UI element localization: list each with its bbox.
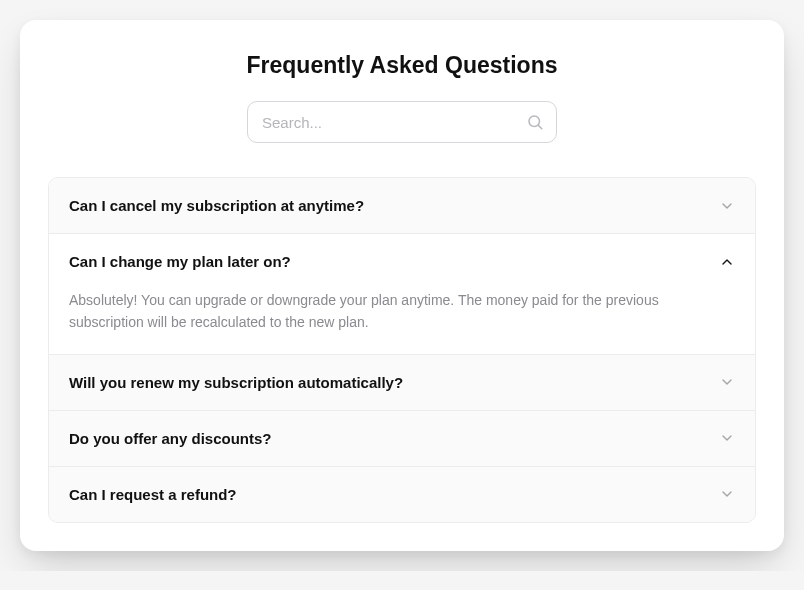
chevron-down-icon xyxy=(719,374,735,390)
faq-question: Can I request a refund? xyxy=(69,486,237,503)
faq-header[interactable]: Can I cancel my subscription at anytime? xyxy=(49,178,755,233)
faq-header[interactable]: Can I change my plan later on? xyxy=(49,234,755,289)
chevron-down-icon xyxy=(719,430,735,446)
chevron-down-icon xyxy=(719,198,735,214)
faq-header[interactable]: Can I request a refund? xyxy=(49,467,755,522)
page-title: Frequently Asked Questions xyxy=(48,52,756,79)
faq-header[interactable]: Will you renew my subscription automatic… xyxy=(49,355,755,410)
faq-item: Do you offer any discounts? xyxy=(49,411,755,467)
faq-question: Do you offer any discounts? xyxy=(69,430,272,447)
svg-line-1 xyxy=(538,125,541,128)
faq-answer: Absolutely! You can upgrade or downgrade… xyxy=(49,289,755,354)
chevron-down-icon xyxy=(719,486,735,502)
faq-item: Can I request a refund? xyxy=(49,467,755,522)
chevron-up-icon xyxy=(719,254,735,270)
faq-question: Can I cancel my subscription at anytime? xyxy=(69,197,364,214)
faq-question: Will you renew my subscription automatic… xyxy=(69,374,403,391)
faq-question: Can I change my plan later on? xyxy=(69,253,291,270)
faq-item: Can I change my plan later on? Absolutel… xyxy=(49,234,755,355)
search-wrap xyxy=(48,101,756,143)
search-icon xyxy=(526,113,544,131)
faq-card: Frequently Asked Questions Can I cancel … xyxy=(20,20,784,551)
faq-header[interactable]: Do you offer any discounts? xyxy=(49,411,755,466)
faq-list: Can I cancel my subscription at anytime?… xyxy=(48,177,756,523)
search-input[interactable] xyxy=(262,114,526,131)
search-field[interactable] xyxy=(247,101,557,143)
faq-item: Can I cancel my subscription at anytime? xyxy=(49,178,755,234)
faq-item: Will you renew my subscription automatic… xyxy=(49,355,755,411)
